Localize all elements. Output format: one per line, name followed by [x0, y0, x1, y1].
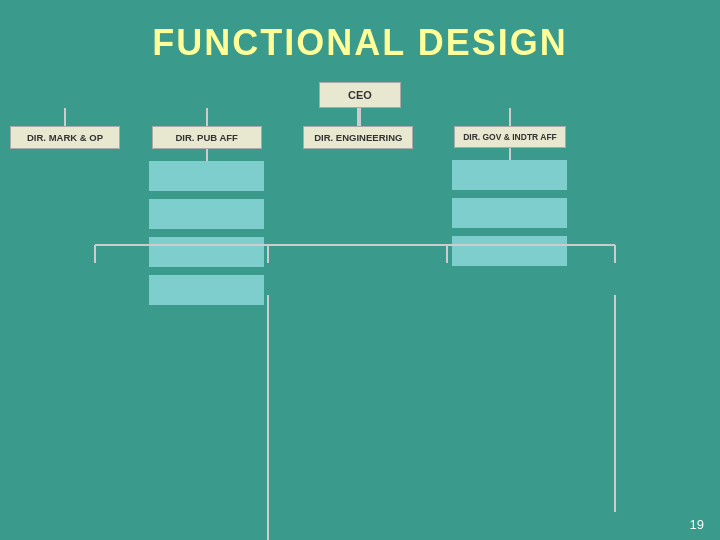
page-number: 19: [690, 517, 704, 532]
l2-pub-aff: DIR. PUB AFF: [152, 126, 262, 149]
ceo-connector-line: [359, 108, 361, 126]
sub-gov-3: [452, 236, 567, 266]
col-engineering: DIR. ENGINEERING: [283, 108, 433, 305]
sub-gov-1: [452, 160, 567, 190]
page-title: FUNCTIONAL DESIGN: [0, 0, 720, 82]
l2-gov-tr: DIR. GOV & INDTR AFF: [454, 126, 566, 148]
sub-pub-aff-2: [149, 199, 264, 229]
col-mark-op: DIR. MARK & OP: [0, 108, 130, 305]
l2-row: DIR. MARK & OP DIR. PUB AFF DIR. ENGINEE…: [0, 108, 580, 305]
sub-gov-2: [452, 198, 567, 228]
ceo-box: CEO: [319, 82, 401, 108]
sub-pub-aff-3: [149, 237, 264, 267]
col-gov-tr: DIR. GOV & INDTR AFF: [440, 108, 580, 305]
l2-engineering: DIR. ENGINEERING: [303, 126, 413, 149]
org-chart: CEO DIR. MARK & OP: [0, 82, 720, 305]
sub-pub-aff-1: [149, 161, 264, 191]
sub-pub-aff-4: [149, 275, 264, 305]
l2-mark-op: DIR. MARK & OP: [10, 126, 120, 149]
col-pub-aff: DIR. PUB AFF: [137, 108, 277, 305]
